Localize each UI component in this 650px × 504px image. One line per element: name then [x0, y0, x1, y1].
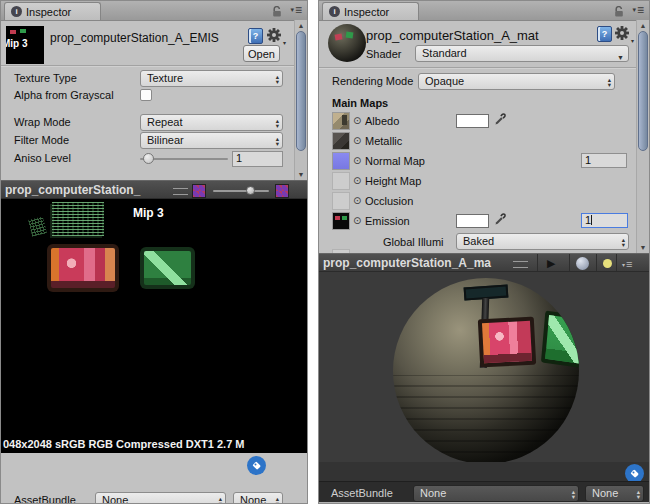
emission-color-swatch[interactable] [456, 214, 489, 228]
tab-inspector[interactable]: i Inspector [4, 2, 101, 20]
tab-inspector[interactable]: i Inspector [322, 2, 419, 20]
scroll-up-icon[interactable]: ▲ [637, 22, 649, 29]
mip-slider-knob[interactable] [246, 186, 255, 195]
sphere-green-screen [541, 310, 579, 369]
assetbundle-variant-dropdown[interactable]: None ▴▾ [585, 485, 644, 502]
wrap-mode-dropdown[interactable]: Repeat ▴▾ [140, 114, 283, 131]
albedo-label: Albedo [365, 115, 399, 127]
material-preview-header[interactable]: prop_computerStation_A_ma ▶ ▾≡ [319, 253, 649, 272]
separator [569, 254, 570, 271]
properties-scrollbar[interactable]: ▲ ▼ [636, 20, 649, 253]
rgb-channels-icon[interactable] [192, 184, 206, 198]
preview-shape-sphere-button[interactable] [576, 257, 589, 270]
assetbundle-label: AssetBundle [14, 494, 76, 504]
header-divider [319, 67, 649, 68]
texture-picker-icon[interactable]: ⊙ [353, 175, 361, 186]
lock-icon[interactable] [272, 4, 283, 22]
thumb-red-dot [10, 30, 16, 34]
emission-intensity-field[interactable]: 1 [581, 213, 628, 228]
texture-picker-icon[interactable]: ⊙ [353, 155, 361, 166]
gear-icon[interactable]: ▾ [267, 28, 281, 46]
assetbundle-dropdown[interactable]: None ▴▾ [95, 492, 226, 504]
aniso-slider-knob[interactable] [143, 153, 154, 164]
tab-bar: i Inspector ▾≡ [319, 1, 649, 21]
albedo-color-swatch[interactable] [456, 114, 489, 128]
emission-texture-thumb[interactable] [332, 212, 350, 230]
height-map-texture-thumb[interactable] [332, 172, 350, 190]
assetbundle-row: AssetBundle None ▴▾ None ▴▾ [319, 481, 649, 504]
texture-type-dropdown[interactable]: Texture ▴▾ [140, 70, 283, 87]
thumb-mip-overlay: Mip 3 [6, 38, 28, 49]
texture-detail-text-block [52, 202, 104, 236]
preview-title: prop_computerStation_ [5, 183, 173, 197]
scroll-up-icon[interactable]: ▲ [295, 22, 307, 29]
material-thumbnail[interactable] [328, 24, 366, 62]
emission-label: Emission [365, 215, 410, 227]
lock-icon[interactable] [614, 4, 625, 22]
help-icon[interactable]: ? [597, 26, 612, 42]
wrap-mode-label: Wrap Mode [14, 116, 71, 128]
properties-scrollbar[interactable]: ▲ ▼ [294, 20, 307, 180]
drag-handle[interactable] [513, 261, 528, 268]
drag-handle[interactable] [173, 188, 188, 195]
assetbundle-dropdown[interactable]: None ▴▾ [413, 485, 579, 502]
shader-dropdown[interactable]: Standard ▼ [415, 45, 629, 62]
texture-picker-icon[interactable]: ⊙ [353, 115, 361, 126]
texture-picker-icon[interactable]: ⊙ [353, 135, 361, 146]
rendering-mode-dropdown[interactable]: Opaque ▴▾ [418, 73, 615, 90]
window-menu-icon[interactable]: ▾≡ [290, 3, 302, 17]
alpha-from-grayscale-checkbox[interactable] [140, 89, 152, 101]
play-button[interactable]: ▶ [547, 257, 555, 270]
main-maps-section-label: Main Maps [332, 97, 388, 109]
thumb-green-dot [20, 29, 26, 33]
assetbundle-variant-dropdown[interactable]: None ▴▾ [233, 492, 283, 504]
scroll-down-icon[interactable]: ▼ [295, 171, 307, 178]
normal-map-texture-thumb[interactable] [332, 152, 350, 170]
texture-preview-area[interactable]: Mip 3 048x2048 sRGB RGB Compressed DXT1 … [1, 199, 307, 453]
metallic-label: Metallic [365, 135, 402, 147]
texture-detail-keyboard-small [28, 216, 47, 236]
tab-label: Inspector [344, 6, 389, 18]
assetbundle-label: AssetBundle [331, 487, 393, 499]
open-button[interactable]: Open [243, 45, 280, 62]
sphere-banding [393, 375, 579, 462]
window-menu-icon[interactable]: ▾≡ [632, 3, 644, 17]
text-caret [591, 215, 592, 225]
eyedropper-icon[interactable] [494, 112, 507, 130]
filter-mode-dropdown[interactable]: Bilinear ▴▾ [140, 132, 283, 149]
texture-info-text: 048x2048 sRGB RGB Compressed DXT1 2.7 M [3, 438, 245, 450]
filter-mode-label: Filter Mode [14, 134, 69, 146]
scrollbar-thumb[interactable] [638, 31, 648, 151]
eyedropper-icon[interactable] [494, 212, 507, 230]
gear-icon[interactable]: ▾ [615, 26, 629, 44]
albedo-texture-thumb[interactable] [332, 112, 350, 130]
scroll-down-icon[interactable]: ▼ [637, 244, 649, 251]
metallic-texture-thumb[interactable] [332, 132, 350, 150]
preview-light-button[interactable] [603, 259, 612, 268]
header-divider [1, 65, 307, 66]
texture-detail-red-screen [47, 244, 119, 292]
preview-footer: AssetBundle None ▴▾ None ▴▾ [319, 462, 649, 504]
texture-picker-icon[interactable]: ⊙ [353, 195, 361, 206]
material-preview-sphere [393, 278, 579, 462]
alpha-channel-icon[interactable] [275, 184, 289, 198]
help-icon[interactable]: ? [248, 28, 263, 44]
normal-map-strength-field[interactable]: 1 [581, 153, 627, 168]
texture-detail-green-screen [140, 247, 195, 289]
texture-thumbnail[interactable]: Mip 3 [6, 26, 44, 64]
global-illumination-dropdown[interactable]: Baked ▴▾ [456, 233, 629, 250]
occlusion-label: Occlusion [365, 195, 413, 207]
asset-title: prop_computerStation_A_EMIS [50, 31, 246, 45]
preview-menu-icon[interactable]: ▾≡ [622, 258, 632, 270]
texture-picker-icon[interactable]: ⊙ [353, 215, 361, 226]
assetbundle-tag-icon[interactable] [247, 456, 266, 475]
texture-preview-header[interactable]: prop_computerStation_ [1, 180, 307, 199]
texture-inspector-window: i Inspector ▾≡ Mip 3 prop_computerStatio… [0, 0, 308, 504]
aniso-value-field[interactable]: 1 [232, 151, 283, 167]
global-illumination-label: Global Illumi [383, 236, 444, 248]
material-preview-area[interactable] [319, 272, 649, 462]
rendering-mode-label: Rendering Mode [332, 75, 413, 87]
scrollbar-thumb[interactable] [296, 31, 306, 151]
mip-slider-track[interactable] [213, 190, 269, 192]
occlusion-texture-thumb[interactable] [332, 192, 350, 210]
